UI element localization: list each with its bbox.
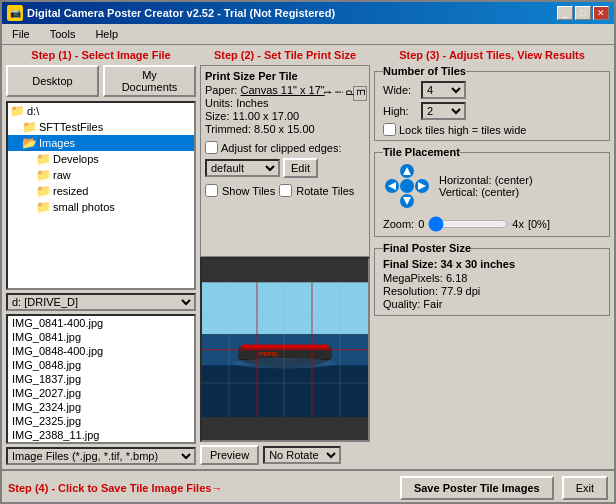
close-button[interactable]: ✕	[593, 6, 609, 20]
svg-rect-2	[202, 365, 368, 417]
svg-rect-0	[202, 282, 368, 334]
size-value: 11.00 x 17.00	[233, 110, 300, 122]
file-list[interactable]: IMG_0841-400.jpg IMG_0841.jpg IMG_0848-4…	[6, 314, 196, 444]
edit-tab[interactable]: Edit	[353, 86, 367, 101]
menu-file[interactable]: File	[6, 26, 36, 42]
step3-panel: Step (3) - Adjust Tiles, View Results Nu…	[374, 49, 610, 465]
step4-label: Step (4) - Click to Save Tile Image File…	[8, 482, 392, 494]
paper-value: Canvas 11" x 17"	[240, 84, 324, 96]
zoom-max: 4x	[512, 218, 524, 230]
tree-item-sft[interactable]: 📁SFTTestFiles	[8, 119, 194, 135]
zoom-row: Zoom: 0 4x [0%]	[383, 216, 601, 232]
maximize-button[interactable]: □	[575, 6, 591, 20]
adjust-checkbox[interactable]	[205, 141, 218, 154]
desktop-button[interactable]: Desktop	[6, 65, 99, 97]
mp-label: MegaPixels:	[383, 272, 443, 284]
step1-panel: Step (1) - Select Image File Desktop My …	[6, 49, 196, 465]
wide-select[interactable]: 412356	[421, 81, 466, 99]
file-item[interactable]: IMG_2325.jpg	[8, 414, 194, 428]
dpad-right-button[interactable]	[415, 179, 429, 193]
vertical-label: Vertical:	[439, 186, 478, 198]
drive-select[interactable]: d: [DRIVE_D]	[6, 293, 196, 311]
trimmed-label: Trimmed:	[205, 123, 251, 135]
save-button[interactable]: Save Poster Tile Images	[400, 476, 554, 500]
minimize-button[interactable]: _	[557, 6, 573, 20]
horizontal-label: Horizontal:	[439, 174, 492, 186]
tree-item-develops[interactable]: 📁Develops	[8, 151, 194, 167]
zoom-percent: [0%]	[528, 218, 550, 230]
svg-marker-16	[403, 167, 411, 175]
preview-area: PEPSI	[200, 257, 370, 443]
trimmed-line: Trimmed: 8.50 x 15.00	[205, 123, 365, 135]
folder-tree[interactable]: 📁d:\ 📁SFTTestFiles 📂Images 📁Develops 📁ra…	[6, 101, 196, 290]
print-size-header: Print Size Per Tile	[205, 70, 365, 82]
lock-checkbox[interactable]	[383, 123, 396, 136]
menu-help[interactable]: Help	[89, 26, 124, 42]
tree-item-raw[interactable]: 📁raw	[8, 167, 194, 183]
quality-value: Fair	[423, 298, 442, 310]
menu-tools[interactable]: Tools	[44, 26, 82, 42]
file-item[interactable]: IMG_0848.jpg	[8, 358, 194, 372]
svg-point-6	[233, 358, 337, 368]
zoom-slider[interactable]	[428, 216, 508, 232]
app-icon: 📷	[7, 5, 23, 21]
dpad-down-button[interactable]	[400, 194, 414, 208]
exit-button[interactable]: Exit	[562, 476, 608, 500]
preview-button[interactable]: Preview	[200, 445, 259, 465]
dpad-center[interactable]	[400, 179, 414, 193]
step2-panel: Step (2) - Set Tile Print Size Print Siz…	[200, 49, 370, 465]
tree-item-small-photos[interactable]: 📁small photos	[8, 199, 194, 215]
resolution-line: Resolution: 77.9 dpi	[383, 285, 601, 297]
adjust-select[interactable]: default	[205, 159, 280, 177]
num-tiles-legend: Number of Tiles	[383, 65, 466, 77]
paper-label: Paper:	[205, 84, 237, 96]
tree-item-resized[interactable]: 📁resized	[8, 183, 194, 199]
file-item[interactable]: IMG_0841.jpg	[8, 330, 194, 344]
svg-marker-19	[418, 182, 426, 190]
zoom-label: Zoom:	[383, 218, 414, 230]
units-label: Units:	[205, 97, 233, 109]
edit-button[interactable]: Edit	[283, 158, 318, 178]
tree-item-root[interactable]: 📁d:\	[8, 103, 194, 119]
step1-header: Step (1) - Select Image File	[6, 49, 196, 61]
quality-label: Quality:	[383, 298, 420, 310]
dpad-left-button[interactable]	[385, 179, 399, 193]
file-item[interactable]: IMG_2027.jpg	[8, 386, 194, 400]
show-tiles-label: Show Tiles	[222, 185, 275, 197]
dpad	[383, 162, 431, 210]
file-item[interactable]: IMG_2324.jpg	[8, 400, 194, 414]
file-type-select[interactable]: Image Files (*.jpg, *.tif, *.bmp)	[6, 447, 196, 465]
wide-label: Wide:	[383, 84, 415, 96]
file-item[interactable]: IMG_0841-400.jpg	[8, 316, 194, 330]
units-line: Units: Inches	[205, 97, 365, 109]
tree-item-images[interactable]: 📂Images	[8, 135, 194, 151]
step3-header: Step (3) - Adjust Tiles, View Results	[374, 49, 610, 61]
file-item[interactable]: IMG_1837.jpg	[8, 372, 194, 386]
zoom-value: 0	[418, 218, 424, 230]
rotate-tiles-checkbox[interactable]	[279, 184, 292, 197]
units-value: Inches	[236, 97, 268, 109]
megapixels-line: MegaPixels: 6.18	[383, 272, 601, 284]
final-size-display: Final Size: 34 x 30 inches	[383, 258, 601, 270]
file-item[interactable]: IMG_2388_11.jpg	[8, 428, 194, 442]
menu-bar: File Tools Help	[2, 24, 614, 45]
quality-line: Quality: Fair	[383, 298, 601, 310]
high-label: High:	[383, 105, 415, 117]
rotate-tiles-label: Rotate Tiles	[296, 185, 354, 197]
show-tiles-checkbox[interactable]	[205, 184, 218, 197]
my-documents-button[interactable]: My Documents	[103, 65, 196, 97]
mp-value: 6.18	[446, 272, 467, 284]
file-item[interactable]: IMG_0848-400.jpg	[8, 344, 194, 358]
preview-bottom: Preview No Rotate Rotate 90 Rotate 180 R…	[200, 445, 370, 465]
svg-text:PEPSI: PEPSI	[259, 349, 278, 356]
no-rotate-select[interactable]: No Rotate Rotate 90 Rotate 180 Rotate 27…	[263, 446, 341, 464]
high-select[interactable]: 2134	[421, 102, 466, 120]
file-item-selected[interactable]: IMG_2584.jpg	[8, 442, 194, 444]
lock-label: Lock tiles high = tiles wide	[399, 124, 526, 136]
tile-placement-legend: Tile Placement	[383, 146, 460, 158]
trimmed-value: 8.50 x 15.00	[254, 123, 315, 135]
final-size-legend: Final Poster Size	[383, 242, 471, 254]
svg-marker-17	[403, 197, 411, 205]
size-label: Size:	[205, 110, 229, 122]
dpad-up-button[interactable]	[400, 164, 414, 178]
